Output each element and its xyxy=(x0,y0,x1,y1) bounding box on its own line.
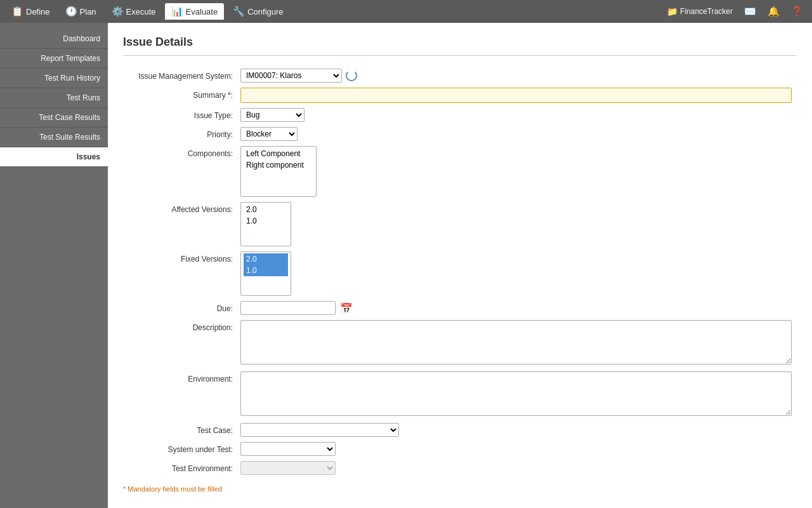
components-listbox[interactable]: Left Component Right component xyxy=(240,146,317,197)
nav-plan[interactable]: 🕐 Plan xyxy=(59,3,103,20)
issue-details-form: Issue Management System: IM00007: Klaros… xyxy=(123,69,797,508)
help-icon: ❓ xyxy=(791,6,803,17)
messages-button[interactable]: ✉️ xyxy=(740,4,760,18)
nav-execute[interactable]: ⚙️ Execute xyxy=(105,3,162,20)
label-summary: Summary *: xyxy=(123,88,240,100)
configure-icon: 🔧 xyxy=(233,6,245,17)
nav-define[interactable]: 📋 Define xyxy=(5,3,56,20)
field-row-summary: Summary *: xyxy=(123,88,797,103)
value-issue-type: Bug Feature Improvement Task xyxy=(240,108,797,122)
folder-icon: 📁 xyxy=(667,6,678,17)
sidebar-item-report-templates[interactable]: Report Templates xyxy=(0,49,108,69)
label-system-under-test: System under Test: xyxy=(123,442,240,454)
message-icon: ✉️ xyxy=(744,6,756,17)
sidebar-item-test-runs[interactable]: Test Runs xyxy=(0,88,108,108)
label-components: Components: xyxy=(123,146,240,158)
test-case-select[interactable] xyxy=(240,423,399,437)
value-due: 📅 xyxy=(240,301,797,315)
evaluate-icon: 📊 xyxy=(171,6,183,17)
field-row-priority: Priority: Blocker Critical Major Minor T… xyxy=(123,127,797,141)
label-ims: Issue Management System: xyxy=(123,69,240,81)
nav-configure[interactable]: 🔧 Configure xyxy=(226,3,289,20)
execute-icon: ⚙️ xyxy=(112,6,124,17)
value-components: Left Component Right component xyxy=(240,146,797,197)
field-row-environment: Environment: xyxy=(123,371,797,418)
ims-refresh-icon[interactable] xyxy=(346,70,357,81)
label-test-case: Test Case: xyxy=(123,423,240,435)
affected-versions-listbox[interactable]: 2.0 1.0 xyxy=(240,202,291,246)
value-description xyxy=(240,320,797,366)
system-under-test-select[interactable] xyxy=(240,442,336,456)
page-title: Issue Details xyxy=(123,36,797,56)
field-row-components: Components: Left Component Right compone… xyxy=(123,146,797,197)
label-environment: Environment: xyxy=(123,371,240,384)
value-test-case xyxy=(240,423,797,437)
field-row-affected-versions: Affected Versions: 2.0 1.0 xyxy=(123,202,797,246)
value-priority: Blocker Critical Major Minor Trivial xyxy=(240,127,797,141)
bell-icon: 🔔 xyxy=(768,6,780,17)
label-issue-type: Issue Type: xyxy=(123,108,240,120)
value-affected-versions: 2.0 1.0 xyxy=(240,202,797,246)
summary-input[interactable] xyxy=(240,88,792,103)
sidebar-item-test-suite-results[interactable]: Test Suite Results xyxy=(0,128,108,147)
description-textarea[interactable] xyxy=(240,320,792,364)
field-row-test-environment: Test Environment: xyxy=(123,461,797,475)
project-label: 📁 FinanceTracker xyxy=(663,5,737,18)
value-system-under-test xyxy=(240,442,797,456)
label-description: Description: xyxy=(123,320,240,332)
environment-textarea[interactable] xyxy=(240,371,792,416)
sidebar-item-dashboard[interactable]: Dashboard xyxy=(0,29,108,49)
plan-icon: 🕐 xyxy=(65,6,77,17)
main-layout: Dashboard Report Templates Test Run Hist… xyxy=(0,23,812,508)
due-date-input[interactable] xyxy=(240,301,336,315)
top-navigation: 📋 Define 🕐 Plan ⚙️ Execute 📊 Evaluate 🔧 … xyxy=(0,0,812,23)
label-affected-versions: Affected Versions: xyxy=(123,202,240,214)
label-test-environment: Test Environment: xyxy=(123,461,240,473)
help-button[interactable]: ❓ xyxy=(787,4,807,18)
fixed-versions-listbox[interactable]: 2.0 1.0 xyxy=(240,251,291,296)
value-ims: IM00007: Klaros xyxy=(240,69,797,83)
field-row-system-under-test: System under Test: xyxy=(123,442,797,456)
priority-select[interactable]: Blocker Critical Major Minor Trivial xyxy=(240,127,298,141)
field-row-fixed-versions: Fixed Versions: 2.0 1.0 xyxy=(123,251,797,296)
field-row-ims: Issue Management System: IM00007: Klaros xyxy=(123,69,797,83)
calendar-icon[interactable]: 📅 xyxy=(340,302,353,314)
issue-type-select[interactable]: Bug Feature Improvement Task xyxy=(240,108,304,122)
field-row-issue-type: Issue Type: Bug Feature Improvement Task xyxy=(123,108,797,122)
value-test-environment xyxy=(240,461,797,475)
mandatory-note: * Mandatory fields must be filled xyxy=(123,485,797,493)
label-fixed-versions: Fixed Versions: xyxy=(123,251,240,264)
test-environment-select[interactable] xyxy=(240,461,336,475)
button-bar: Save Back xyxy=(123,505,797,508)
field-row-description: Description: xyxy=(123,320,797,366)
value-fixed-versions: 2.0 1.0 xyxy=(240,251,797,296)
field-row-due: Due: 📅 xyxy=(123,301,797,315)
label-priority: Priority: xyxy=(123,127,240,139)
sidebar-item-test-run-history[interactable]: Test Run History xyxy=(0,69,108,88)
label-due: Due: xyxy=(123,301,240,313)
nav-evaluate[interactable]: 📊 Evaluate xyxy=(165,3,225,20)
sidebar-item-issues[interactable]: Issues xyxy=(0,147,108,167)
sidebar-item-test-case-results[interactable]: Test Case Results xyxy=(0,108,108,128)
define-icon: 📋 xyxy=(11,6,23,17)
ims-select[interactable]: IM00007: Klaros xyxy=(240,69,342,83)
main-content: Issue Details Issue Management System: I… xyxy=(108,23,812,508)
value-environment xyxy=(240,371,797,418)
value-summary xyxy=(240,88,797,103)
field-row-test-case: Test Case: xyxy=(123,423,797,437)
notifications-button[interactable]: 🔔 xyxy=(764,4,783,18)
sidebar: Dashboard Report Templates Test Run Hist… xyxy=(0,23,108,508)
